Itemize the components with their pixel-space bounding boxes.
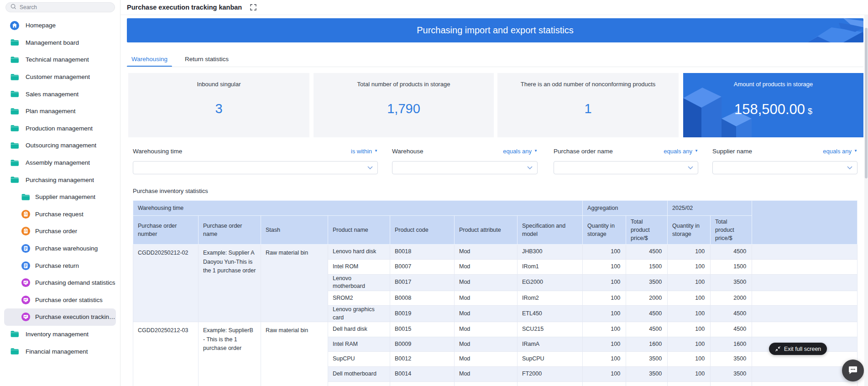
cell-qty-month: 100 [668,337,711,352]
chevron-down-icon [367,166,373,169]
cell-filler [752,306,858,322]
sidebar-item-purchase-request[interactable]: Purchase request [4,206,116,223]
filter-operator-dropdown[interactable]: equals any▼ [664,148,698,155]
sidebar-item-sales-management[interactable]: Sales management [4,85,116,103]
cell-price-aggregation: 3500 [626,352,668,367]
cell-product-code: B0019 [390,306,455,322]
fullscreen-expand-icon[interactable] [249,3,257,11]
sidebar-item-label: Customer management [26,73,90,80]
sidebar-item-purchase-warehousing[interactable]: Purchase warehousing [4,240,116,257]
caret-down-icon: ▼ [854,149,858,153]
sidebar: HomepageManagement boardTechnical manage… [0,0,120,386]
filter-value-select[interactable] [392,161,538,174]
sidebar-item-financial-management[interactable]: Financial management [4,343,116,360]
sidebar-item-customer-management[interactable]: Customer management [4,68,116,86]
sidebar-item-supplier-management[interactable]: Supplier management [4,188,116,206]
tab-return-statistics[interactable]: Return statistics [180,51,233,67]
sidebar-item-label: Production management [26,125,93,132]
tabs-bar: Warehousing Return statistics [127,51,233,67]
sidebar-item-label: Financial management [26,348,88,355]
chat-button[interactable] [842,360,864,381]
filter-operator-dropdown[interactable]: equals any▼ [503,148,538,155]
cell-price-month: 2000 [711,291,752,306]
filter-value-select[interactable] [554,161,698,174]
sidebar-item-purchasing-management[interactable]: Purchasing management [4,171,116,188]
cell-price-month: 2200 [711,381,752,386]
chat-bubble-icon [847,365,858,376]
collapse-icon [775,346,781,352]
cell-filler [752,245,858,260]
cell-product-code: B0010 [390,381,455,386]
exit-fullscreen-button[interactable]: Exit full screen [769,343,827,355]
tab-label: Return statistics [185,56,229,63]
cell-qty-aggregation: 100 [583,352,626,367]
cell-price-aggregation: 1600 [626,337,668,352]
cell-product-code: B0017 [390,274,455,291]
filter-operator-dropdown[interactable]: is within▼ [351,148,378,155]
filter-operator-dropdown[interactable]: equals any▼ [823,148,858,155]
cell-price-month: 4500 [711,306,752,322]
cell-product-attribute: Mod [455,337,518,352]
cell-price-month: 3500 [711,366,752,381]
sidebar-item-label: Homepage [26,22,56,29]
stat-card-inbound-singular: Inbound singular 3 [128,73,309,137]
sidebar-item-label: Purchase order [35,228,77,235]
cell-price-month: 4500 [711,245,752,260]
cell-product-attribute: Mod [455,381,518,386]
cell-qty-month: 100 [668,352,711,367]
cell-product-name: Dell motherboard [328,366,390,381]
sidebar-item-label: Inventory management [26,331,89,338]
group-header-warehousing-time: Warehousing time [133,201,583,216]
filter-warehousing-time: Warehousing time is within▼ [133,147,378,175]
filter-value-select[interactable] [133,161,378,174]
sidebar-item-assembly-management[interactable]: Assembly management [4,154,116,172]
cell-product-code: B0018 [390,245,455,260]
table-row: CGDD20250212-03Example: SupplierB - This… [133,322,858,337]
cell-price-month: 4500 [711,322,752,337]
cell-product-attribute: Mod [455,306,518,322]
sidebar-item-outsourcing-management[interactable]: Outsourcing management [4,137,116,154]
folder-icon [10,73,19,82]
topbar: Purchase execution tracking kanban [120,0,868,15]
cell-product-name: SRAM [328,381,390,386]
folder-icon [10,175,19,184]
filter-label: Purchase order name [554,148,613,155]
filter-value-select[interactable] [712,161,858,174]
sidebar-item-label: Management board [26,39,79,46]
vertical-scrollbar[interactable] [864,15,868,386]
filter-purchase-order-name: Purchase order name equals any▼ [554,147,698,175]
app-window: HomepageManagement boardTechnical manage… [0,0,868,386]
sidebar-search[interactable] [5,2,115,12]
folder-icon [10,158,19,167]
cell-price-aggregation: 2200 [626,381,668,386]
stat-card-value: 1,790 [387,101,420,116]
folder-icon [10,347,19,356]
sidebar-item-technical-management[interactable]: Technical management [4,51,116,68]
sidebar-item-management-board[interactable]: Management board [4,34,116,52]
sidebar-item-purchasing-demand-statistics[interactable]: Purchasing demand statistics [4,274,116,292]
folder-icon [10,107,19,116]
sidebar-item-homepage[interactable]: Homepage [4,17,116,34]
sidebar-item-purchase-order-statistics[interactable]: Purchase order statistics [4,292,116,309]
sidebar-item-production-management[interactable]: Production management [4,120,116,137]
sidebar-item-inventory-management[interactable]: Inventory management [4,326,116,343]
cell-order-name: Example: SupplierB - This is the 1 purch… [199,322,261,386]
header-filler-cell [752,201,858,245]
cell-product-name: Lenovo motherboard [328,274,390,291]
search-input[interactable] [20,4,110,10]
filter-label: Supplier name [712,148,752,155]
cell-order-number: CGDD20250212-03 [133,322,199,386]
monitor-icon [21,295,30,304]
monitor-icon [21,313,30,322]
scrollbar-thumb[interactable] [865,28,868,178]
sidebar-item-purchase-order[interactable]: Purchase order [4,223,116,240]
search-icon [10,3,16,11]
tab-warehousing[interactable]: Warehousing [127,51,172,67]
sidebar-item-purchase-execution-tracking[interactable]: Purchase execution tracking ... [4,308,116,326]
column-header-spec-model: Specification and model [518,216,583,245]
sidebar-item-label: Purchasing management [26,177,94,183]
sidebar-item-purchase-return[interactable]: Purchase return [4,257,116,274]
sidebar-item-plan-management[interactable]: Plan management [4,103,116,120]
folder-icon [10,89,19,99]
sidebar-item-label: Purchasing demand statistics [35,279,115,286]
